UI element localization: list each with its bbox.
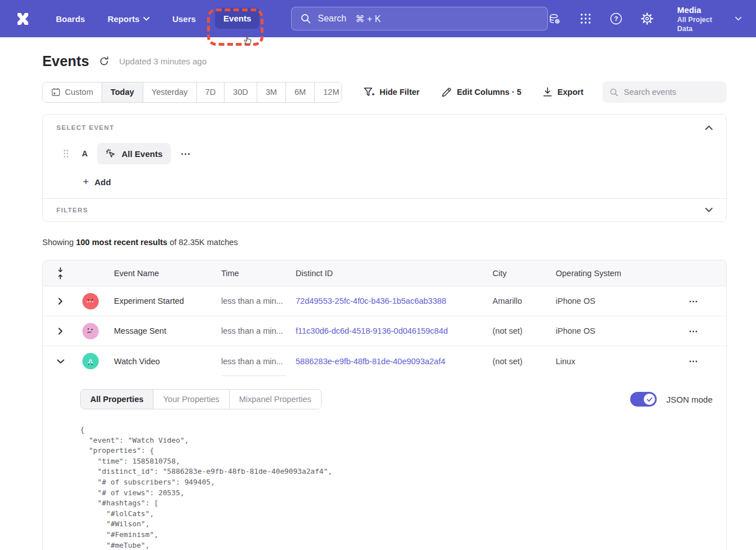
date-range-3m[interactable]: 3M [257,82,285,102]
distinct-id: f11c30d6-dc6d-4518-9136-0d046159c84d [296,326,493,335]
nav-users-label: Users [172,14,196,24]
event-row-letter: A [82,149,87,158]
date-range-label: Custom [65,88,93,97]
event-city: (not set) [493,326,556,335]
edit-columns-button[interactable]: Edit Columns · 5 [441,87,521,98]
updated-status: Updated 3 minutes ago [119,56,206,66]
table-row: Message Sent less than a min... f11c30d6… [43,316,726,346]
event-detail-panel: All Properties Your Properties Mixpanel … [43,376,726,550]
date-range-7d[interactable]: 7D [196,82,225,102]
filters-section-toggle[interactable]: FILTERS [43,199,726,221]
hide-filter-button[interactable]: Hide Filter [363,87,420,98]
json-mode-label: JSON mode [666,395,713,404]
query-builder-card: SELECT EVENT A All Events ⋯ [42,114,727,222]
date-range-today[interactable]: Today [102,82,143,102]
tab-your-properties[interactable]: Your Properties [153,390,228,409]
drag-handle-icon[interactable] [63,149,69,158]
search-events-field[interactable] [603,81,727,103]
event-os: iPhone OS [556,296,661,305]
top-nav: Boards Reports Users Events Search ⌘ + K [0,0,756,37]
events-table: Event Name Time Distinct ID City Operati… [42,260,727,550]
cursor-pointer-icon [243,35,253,46]
date-range-6m[interactable]: 6M [285,82,314,102]
col-header-distinct-id[interactable]: Distinct ID [296,269,493,278]
event-more-options-icon[interactable]: ⋯ [181,148,191,160]
expand-row-button[interactable] [43,328,78,335]
chevron-up-icon[interactable] [705,125,713,130]
date-range-yesterday[interactable]: Yesterday [143,82,196,102]
nav-item-events[interactable]: Events [215,8,260,29]
download-icon [543,87,552,97]
toggle-knob [644,394,655,405]
col-header-os[interactable]: Operating System [556,269,661,278]
event-city: Amarillo [493,296,556,305]
col-header-time[interactable]: Time [221,269,296,278]
refresh-icon[interactable] [99,56,109,67]
magic-cursor-icon [106,149,116,159]
event-os: Linux [556,357,661,366]
table-header-row: Event Name Time Distinct ID City Operati… [43,260,726,286]
search-icon [301,14,311,24]
plus-icon: + [83,177,89,187]
nav-item-users[interactable]: Users [172,14,196,24]
table-row: Experiment Started less than a min... 72… [43,286,726,316]
filter-funnel-icon [363,87,375,98]
add-event-button[interactable]: + Add [83,177,713,187]
distinct-id: 72d49553-25fc-4f0c-b436-1b5ac6ab3388 [296,296,493,305]
date-range-12m[interactable]: 12M [314,82,342,102]
col-header-event-name[interactable]: Event Name [103,269,221,278]
search-icon [610,88,618,97]
col-header-city[interactable]: City [493,269,556,278]
project-switcher[interactable]: Media All Project Data [677,5,741,33]
chevron-right-icon [58,298,63,305]
event-time: less than a min... [221,316,296,346]
search-events-input[interactable] [624,88,719,97]
check-icon [647,397,653,402]
tab-mixpanel-properties[interactable]: Mixpanel Properties [229,390,321,409]
export-label: Export [557,88,583,97]
nav-item-reports[interactable]: Reports [108,14,150,24]
event-json-code: { "event": "Watch Video", "properties": … [80,425,713,550]
event-name: Watch Video [103,357,221,366]
chevron-down-icon [143,17,150,21]
json-mode-toggle[interactable] [630,392,657,407]
table-row: Watch Video less than a min... 5886283e-… [43,346,726,376]
gear-icon[interactable] [640,12,654,25]
event-chip-label: All Events [121,149,162,159]
expand-row-button[interactable] [43,298,78,305]
project-scope: All Project Data [677,15,727,33]
event-name: Experiment Started [103,296,221,305]
sort-icon[interactable] [43,267,78,280]
data-management-icon[interactable] [548,12,561,25]
distinct-id: 5886283e-e9fb-48fb-81de-40e9093a2af4 [296,357,493,366]
event-name: Message Sent [103,326,221,335]
search-placeholder: Search [318,14,346,24]
event-time: less than a min... [221,286,296,316]
event-avatar [82,323,99,339]
event-selector-chip[interactable]: All Events [97,143,171,164]
add-label: Add [95,177,111,187]
global-search-input[interactable]: Search ⌘ + K [291,7,548,30]
date-range-30d[interactable]: 30D [224,82,257,102]
filters-label: FILTERS [56,207,88,213]
event-time: less than a min... [221,346,296,376]
event-avatar [82,293,99,309]
calendar-icon [51,88,60,97]
hide-filter-label: Hide Filter [380,88,420,97]
chevron-right-icon [58,328,63,335]
properties-tabs: All Properties Your Properties Mixpanel … [80,389,322,409]
row-more-options-icon[interactable]: ⋯ [661,356,726,366]
collapse-row-button[interactable] [43,359,78,364]
nav-item-boards[interactable]: Boards [56,14,85,24]
row-more-options-icon[interactable]: ⋯ [661,326,726,337]
apps-grid-icon[interactable] [579,12,592,25]
help-icon[interactable]: ? [609,12,623,25]
tab-all-properties[interactable]: All Properties [81,390,153,409]
export-button[interactable]: Export [543,87,583,97]
select-event-label: SELECT EVENT [56,124,115,131]
mixpanel-logo[interactable] [15,11,31,27]
event-avatar [82,353,99,369]
row-more-options-icon[interactable]: ⋯ [661,296,726,307]
date-range-custom[interactable]: Custom [43,82,102,102]
nav-boards-label: Boards [56,14,85,24]
